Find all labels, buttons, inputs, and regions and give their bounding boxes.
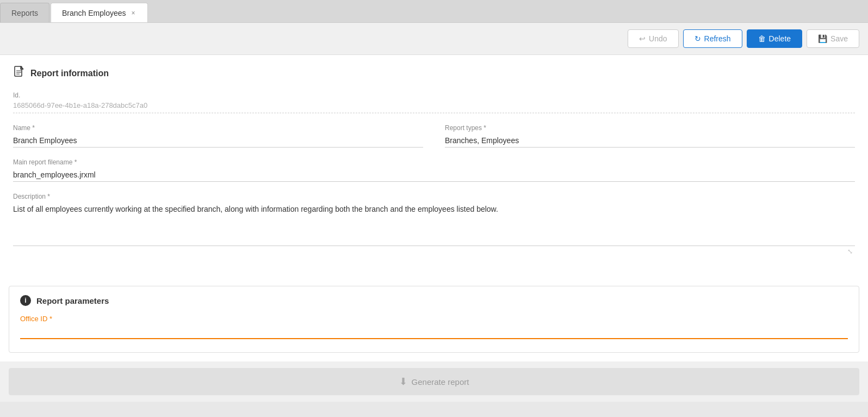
report-info-title: Report information — [30, 69, 109, 78]
generate-btn-wrapper: ⬇ Generate report — [0, 361, 868, 402]
delete-icon: 🗑 — [758, 34, 766, 43]
main-content: Report information Id. 1685066d-97ee-4b1… — [0, 55, 868, 402]
resize-icon: ⤡ — [847, 248, 853, 255]
filename-label: Main report filename * — [13, 158, 855, 166]
delete-button[interactable]: 🗑 Delete — [747, 29, 802, 48]
close-icon: × — [132, 9, 135, 17]
refresh-label: Refresh — [704, 34, 731, 43]
tab-branch-employees-label: Branch Employees — [62, 9, 126, 17]
name-row: Name * Report types * — [13, 124, 855, 158]
report-info-section: Report information Id. 1685066d-97ee-4b1… — [0, 55, 868, 277]
refresh-button[interactable]: ↻ Refresh — [683, 29, 742, 48]
report-info-header: Report information — [13, 66, 855, 81]
description-field: Description * ⤡ — [13, 193, 855, 255]
tab-reports[interactable]: Reports — [0, 3, 49, 22]
generate-report-button[interactable]: ⬇ Generate report — [9, 368, 859, 395]
description-input[interactable] — [13, 203, 855, 246]
id-field: Id. 1685066d-97ee-4b1e-a18a-278dabc5c7a0 — [13, 91, 855, 113]
name-input[interactable] — [13, 134, 423, 148]
filename-input[interactable] — [13, 168, 855, 182]
download-icon: ⬇ — [399, 376, 407, 388]
params-header: i Report parameters — [20, 295, 848, 306]
tab-close-button[interactable]: × — [131, 9, 137, 17]
params-title: Report parameters — [36, 296, 109, 305]
save-icon: 💾 — [818, 34, 827, 43]
report-params-section: i Report parameters Office ID * — [9, 286, 859, 353]
tab-bar: Reports Branch Employees × — [0, 0, 868, 23]
tab-branch-employees[interactable]: Branch Employees × — [51, 3, 148, 22]
id-label: Id. — [13, 91, 855, 99]
toolbar: ↩ Undo ↻ Refresh 🗑 Delete 💾 Save — [0, 23, 868, 55]
generate-report-label: Generate report — [412, 377, 469, 387]
id-value: 1685066d-97ee-4b1e-a18a-278dabc5c7a0 — [13, 101, 855, 113]
info-icon: i — [20, 295, 31, 306]
report-types-input[interactable] — [445, 134, 855, 148]
undo-label: Undo — [649, 34, 667, 43]
name-field: Name * — [13, 124, 423, 148]
document-icon — [13, 66, 25, 81]
save-button[interactable]: 💾 Save — [807, 29, 859, 48]
delete-label: Delete — [769, 34, 791, 43]
office-id-label: Office ID * — [20, 315, 848, 323]
undo-icon: ↩ — [639, 34, 646, 43]
tab-reports-label: Reports — [11, 9, 38, 17]
undo-button[interactable]: ↩ Undo — [628, 29, 678, 48]
refresh-icon: ↻ — [695, 34, 701, 43]
resize-handle: ⤡ — [13, 248, 855, 255]
office-id-field: Office ID * — [20, 315, 848, 339]
report-types-field: Report types * — [445, 124, 855, 148]
save-label: Save — [830, 34, 848, 43]
report-types-label: Report types * — [445, 124, 855, 132]
name-label: Name * — [13, 124, 423, 132]
description-label: Description * — [13, 193, 855, 200]
filename-field: Main report filename * — [13, 158, 855, 182]
office-id-input[interactable] — [20, 325, 848, 339]
